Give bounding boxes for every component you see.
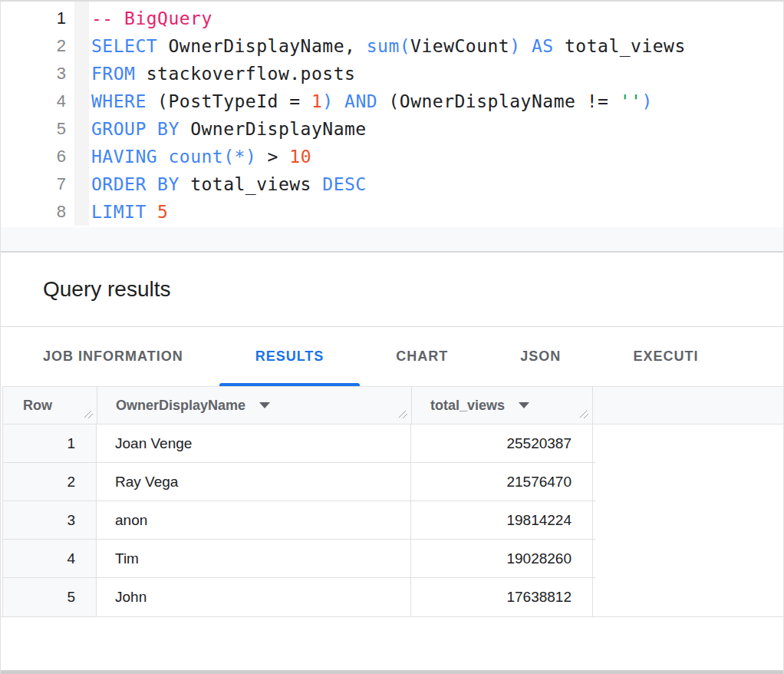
line-number: 2 (1, 32, 66, 60)
code-token: 1 (311, 91, 322, 111)
column-label: total_views (430, 398, 505, 414)
query-results-header: Query results (1, 253, 783, 327)
code-token: OwnerDisplayName, (157, 36, 367, 56)
editor-line[interactable]: 4WHERE (PostTypeId = 1) AND (OwnerDispla… (1, 88, 783, 115)
code-text: HAVING count(*) > 10 (66, 143, 311, 170)
owner-display-name-cell: Tim (97, 540, 411, 577)
code-token (334, 91, 344, 111)
row-number-cell: 2 (3, 463, 97, 501)
column-label: Row (23, 398, 52, 414)
column-header-ownerdisplayname[interactable]: OwnerDisplayName (97, 387, 412, 424)
code-token: ) (509, 36, 520, 56)
column-dropdown-icon[interactable] (519, 402, 529, 408)
total-views-cell: 19028260 (411, 540, 593, 577)
code-token: OwnerDisplayName (180, 119, 367, 139)
code-token: HAVING (91, 147, 157, 167)
total-views-cell: 25520387 (411, 425, 593, 462)
tab-executi[interactable]: EXECUTI (597, 327, 734, 386)
column-resize-handle-icon[interactable] (83, 408, 94, 422)
column-resize-handle-icon[interactable] (397, 408, 408, 422)
code-token: ) (641, 91, 652, 111)
table-row: 4Tim19028260 (3, 540, 595, 578)
editor-line[interactable]: 8LIMIT 5 (1, 198, 783, 226)
line-number: 6 (1, 143, 66, 170)
editor-line[interactable]: 1-- BigQuery (1, 5, 783, 32)
owner-display-name-cell: John (97, 578, 411, 616)
results-table: Row OwnerDisplayName total_views (1, 386, 783, 674)
code-token: (PostTypeId = (147, 91, 311, 111)
table-row: 3anon19814224 (3, 501, 595, 540)
line-number: 8 (1, 198, 66, 226)
code-token: 5 (157, 202, 168, 222)
code-token: ViewCount (410, 36, 509, 56)
code-token: SELECT (91, 36, 157, 56)
editor-line[interactable]: 2SELECT OwnerDisplayName, sum(ViewCount)… (1, 32, 783, 60)
page-title: Query results (43, 277, 171, 302)
total-views-cell: 17638812 (411, 578, 593, 616)
tab-json[interactable]: JSON (484, 327, 597, 386)
row-number-cell: 4 (3, 540, 97, 577)
editor-footer-strip (1, 227, 783, 253)
table-body: 1Joan Venge255203872Ray Vega215764703ano… (2, 425, 595, 616)
line-number: 5 (1, 115, 66, 143)
code-text: -- BigQuery (66, 5, 212, 32)
owner-display-name-cell: Ray Vega (97, 463, 411, 501)
tab-job-information[interactable]: JOB INFORMATION (7, 327, 219, 386)
line-number: 3 (1, 60, 66, 88)
code-token (147, 202, 157, 222)
code-token: ORDER BY (91, 174, 180, 194)
code-token: AS (532, 36, 554, 56)
code-token: ) (322, 91, 333, 111)
code-token: LIMIT (91, 202, 147, 222)
column-label: OwnerDisplayName (116, 398, 245, 414)
bottom-scrollbar[interactable] (1, 670, 783, 674)
table-row: 1Joan Venge25520387 (3, 425, 595, 463)
tab-results[interactable]: RESULTS (219, 327, 361, 386)
column-resize-handle-icon[interactable] (578, 408, 589, 422)
code-token (157, 147, 168, 167)
column-header-row: Row (3, 387, 97, 424)
editor-line[interactable]: 7ORDER BY total_views DESC (1, 170, 783, 198)
code-token: AND (344, 91, 377, 111)
code-token: total_views (554, 36, 686, 56)
column-dropdown-icon[interactable] (259, 402, 270, 408)
code-token: (OwnerDisplayName != (377, 91, 620, 111)
table-bottom-border (1, 616, 783, 617)
code-token: sum( (367, 36, 410, 56)
code-token: WHERE (91, 91, 147, 111)
editor-line[interactable]: 3FROM stackoverflow.posts (1, 60, 783, 88)
editor-line[interactable]: 6HAVING count(*) > 10 (1, 143, 783, 170)
code-token: '' (620, 91, 642, 111)
row-number-cell: 3 (3, 501, 97, 539)
code-text: WHERE (PostTypeId = 1) AND (OwnerDisplay… (66, 88, 653, 115)
table-row: 5John17638812 (3, 578, 595, 616)
sql-editor[interactable]: 1-- BigQuery2SELECT OwnerDisplayName, su… (1, 2, 783, 227)
tab-chart[interactable]: CHART (360, 327, 484, 386)
code-token: > (256, 147, 289, 167)
owner-display-name-cell: anon (97, 501, 411, 539)
code-token: DESC (322, 174, 366, 194)
row-number-cell: 5 (3, 578, 97, 616)
line-number: 7 (1, 170, 66, 198)
code-text: LIMIT 5 (66, 198, 168, 226)
code-token (521, 36, 532, 56)
owner-display-name-cell: Joan Venge (97, 425, 411, 462)
results-tab-bar: JOB INFORMATIONRESULTSCHARTJSONEXECUTI (1, 327, 783, 386)
column-header-total-views[interactable]: total_views (412, 387, 593, 424)
code-token: -- BigQuery (91, 8, 212, 28)
code-token: GROUP BY (91, 119, 180, 139)
code-text: FROM stackoverflow.posts (66, 60, 355, 88)
editor-line[interactable]: 5GROUP BY OwnerDisplayName (1, 115, 783, 143)
total-views-cell: 21576470 (411, 463, 593, 501)
row-number-cell: 1 (3, 425, 97, 462)
editor-lines: 1-- BigQuery2SELECT OwnerDisplayName, su… (1, 5, 783, 226)
line-number: 1 (1, 5, 66, 32)
code-token: FROM (91, 64, 135, 84)
code-token: total_views (180, 174, 323, 194)
code-text: SELECT OwnerDisplayName, sum(ViewCount) … (66, 32, 686, 60)
code-token: count(*) (168, 147, 256, 167)
table-header-row: Row OwnerDisplayName total_views (2, 386, 783, 425)
total-views-cell: 19814224 (411, 501, 593, 539)
line-number: 4 (1, 88, 66, 115)
table-row: 2Ray Vega21576470 (3, 463, 595, 501)
